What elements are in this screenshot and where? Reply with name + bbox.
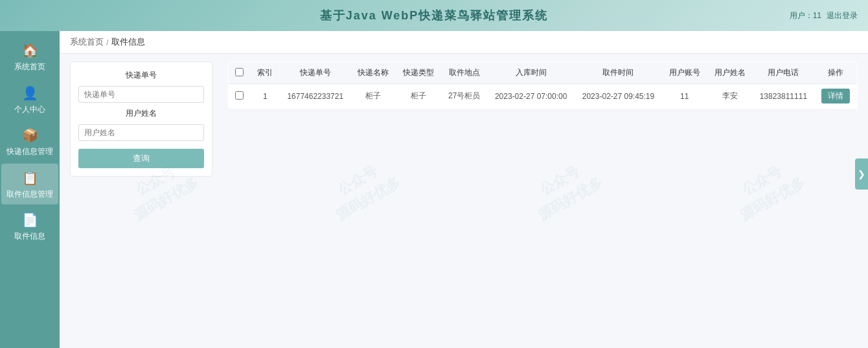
row-checkbox[interactable] xyxy=(229,84,251,109)
col-action: 操作 xyxy=(814,62,857,84)
home-icon: 🏠 xyxy=(21,41,39,60)
sidebar-label-profile: 个人中心 xyxy=(14,105,45,115)
detail-button[interactable]: 详情 xyxy=(821,89,850,103)
col-express-no: 快递单号 xyxy=(280,62,351,84)
col-pickup-time: 取件时间 xyxy=(575,62,662,84)
table-header-row: 索引 快递单号 快递名称 快递类型 取件地点 入库时间 取件时间 用户账号 用户… xyxy=(229,62,858,84)
sidebar-item-profile[interactable]: 👤 个人中心 xyxy=(1,79,58,120)
col-entry-time: 入库时间 xyxy=(487,62,575,84)
row-action[interactable]: 详情 xyxy=(814,84,857,109)
col-user-name: 用户姓名 xyxy=(707,62,753,84)
header: 基于Java WebP快递菜鸟驿站管理系统 用户：11 退出登录 xyxy=(0,0,868,31)
row-select-checkbox[interactable] xyxy=(235,91,244,100)
sidebar-label-pickup-mgmt: 取件信息管理 xyxy=(6,190,53,200)
sidebar-item-pickup-info[interactable]: 📄 取件信息 xyxy=(1,206,58,247)
row-user-account: 11 xyxy=(662,84,707,109)
body-layout: 🏠 系统首页 👤 个人中心 📦 快递信息管理 📋 取件信息管理 📄 取件信息 系… xyxy=(0,31,868,348)
profile-icon: 👤 xyxy=(21,84,39,102)
user-name-input[interactable] xyxy=(78,124,204,141)
content-area: 快递单号 用户姓名 查询 索引 快递单号 快递名称 xyxy=(60,54,868,348)
col-user-phone: 用户电话 xyxy=(752,62,814,84)
search-button[interactable]: 查询 xyxy=(78,149,204,168)
sidebar-label-express-mgmt: 快递信息管理 xyxy=(6,147,53,157)
breadcrumb-separator: / xyxy=(106,38,109,47)
user-label: 用户：11 xyxy=(790,10,821,21)
filter-panel: 快递单号 用户姓名 查询 xyxy=(70,61,212,177)
table-body: 1 1677462233721 柜子 柜子 27号柜员 2023-02-27 0… xyxy=(229,84,858,109)
col-express-name: 快递名称 xyxy=(351,62,396,84)
sidebar-item-home[interactable]: 🏠 系统首页 xyxy=(1,36,58,78)
col-checkbox xyxy=(229,62,251,84)
pickup-info-icon: 📄 xyxy=(21,211,39,229)
select-all-checkbox[interactable] xyxy=(235,68,244,76)
breadcrumb: 系统首页 / 取件信息 xyxy=(60,31,868,54)
header-user-info: 用户：11 退出登录 xyxy=(790,10,858,21)
data-table: 索引 快递单号 快递名称 快递类型 取件地点 入库时间 取件时间 用户账号 用户… xyxy=(228,61,858,109)
row-index: 1 xyxy=(251,84,280,109)
sidebar-toggle-button[interactable]: ❯ xyxy=(855,158,868,190)
table-row: 1 1677462233721 柜子 柜子 27号柜员 2023-02-27 0… xyxy=(229,84,858,109)
row-pickup-location: 27号柜员 xyxy=(441,84,487,109)
col-pickup-location: 取件地点 xyxy=(441,62,487,84)
express-no-label: 快递单号 xyxy=(78,70,204,81)
breadcrumb-current: 取件信息 xyxy=(111,36,145,48)
header-title: 基于Java WebP快递菜鸟驿站管理系统 xyxy=(320,8,549,23)
row-pickup-time: 2023-02-27 09:45:19 xyxy=(575,84,662,109)
row-user-phone: 13823811111 xyxy=(752,84,814,109)
sidebar-label-home: 系统首页 xyxy=(14,62,45,72)
row-express-name: 柜子 xyxy=(351,84,396,109)
sidebar-label-pickup-info: 取件信息 xyxy=(14,232,45,242)
sidebar-item-express-mgmt[interactable]: 📦 快递信息管理 xyxy=(1,121,58,162)
main-content: 系统首页 / 取件信息 快递单号 用户姓名 查询 xyxy=(60,31,868,348)
row-entry-time: 2023-02-27 07:00:00 xyxy=(487,84,575,109)
express-no-input[interactable] xyxy=(78,86,204,103)
sidebar: 🏠 系统首页 👤 个人中心 📦 快递信息管理 📋 取件信息管理 📄 取件信息 xyxy=(0,31,60,348)
sidebar-item-pickup-mgmt[interactable]: 📋 取件信息管理 xyxy=(1,164,58,205)
logout-link[interactable]: 退出登录 xyxy=(827,10,858,21)
col-index: 索引 xyxy=(251,62,280,84)
row-express-type: 柜子 xyxy=(396,84,441,109)
col-express-type: 快递类型 xyxy=(396,62,441,84)
row-user-name: 李安 xyxy=(707,84,753,109)
user-name-label: 用户姓名 xyxy=(78,108,204,119)
pickup-mgmt-icon: 📋 xyxy=(21,169,39,187)
table-wrapper: 索引 快递单号 快递名称 快递类型 取件地点 入库时间 取件时间 用户账号 用户… xyxy=(228,61,858,109)
col-user-account: 用户账号 xyxy=(662,62,707,84)
breadcrumb-home[interactable]: 系统首页 xyxy=(70,36,104,48)
express-icon: 📦 xyxy=(21,126,39,144)
row-express-no: 1677462233721 xyxy=(280,84,351,109)
